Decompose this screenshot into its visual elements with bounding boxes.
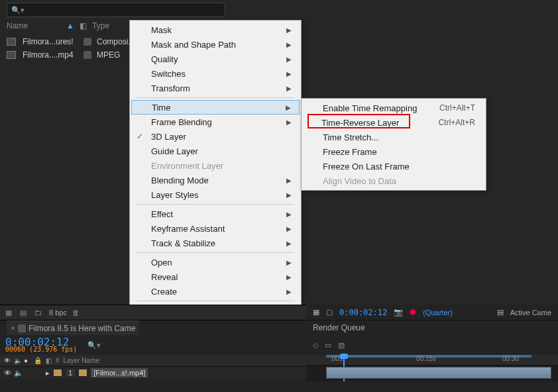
layer-number: 1 [66, 369, 75, 377]
submenu-freeze-last-frame[interactable]: Freeze On Last Frame [303, 159, 484, 173]
timeline-track-area[interactable]: :00s 00:15s 00:30 [306, 355, 558, 381]
menu-mask[interactable]: Mask▶ [131, 23, 300, 37]
shortcut-label: Ctrl+Alt+T [439, 103, 475, 113]
time-ruler[interactable]: :00s 00:15s 00:30 [306, 355, 558, 366]
submenu-enable-time-remapping[interactable]: Enable Time RemappingCtrl+Alt+T [303, 101, 484, 115]
search-icon: 🔍▾ [11, 6, 25, 15]
menu-quality[interactable]: Quality▶ [131, 52, 300, 66]
time-tick: 00:30 [502, 355, 519, 362]
label-column-icon: ◧ [46, 357, 52, 364]
layer-name[interactable]: [Filmor...s!.mp4] [91, 368, 148, 377]
snapshot-icon[interactable]: 📷 [394, 308, 403, 317]
resolution-dropdown[interactable]: (Quarter) [423, 309, 453, 317]
channel-icon[interactable]: ⬢ [410, 308, 416, 317]
timeline-search-icon[interactable]: 🔍▾ [87, 341, 101, 350]
label-color-icon[interactable] [84, 51, 91, 59]
solo-column-icon: ● [24, 357, 32, 365]
submenu-arrow-icon: ▶ [286, 119, 292, 126]
layer-type-icon [79, 369, 87, 376]
marker-icon[interactable]: ▭ [325, 341, 331, 350]
menu-frame-blending[interactable]: Frame Blending▶ [131, 115, 300, 129]
file-type: MPEG [97, 50, 120, 60]
menu-switches[interactable]: Switches▶ [131, 66, 300, 81]
expand-arrow-icon[interactable]: ▸ [46, 369, 50, 377]
menu-separator [137, 301, 294, 301]
type-column-header[interactable]: Type [92, 21, 109, 30]
label-color-icon[interactable] [84, 38, 91, 46]
audio-column-icon: 🔈 [14, 357, 22, 365]
menu-open[interactable]: Open▶ [131, 255, 300, 270]
menu-mask-shape-path[interactable]: Mask and Shape Path▶ [131, 37, 300, 52]
keyframe-nav-icon[interactable]: ◇ [313, 341, 318, 350]
active-camera-dropdown[interactable]: Active Came [510, 309, 551, 317]
menu-layer-styles[interactable]: Layer Styles▶ [131, 187, 300, 202]
menu-3d-layer[interactable]: ✓3D Layer [131, 129, 300, 144]
menu-effect[interactable]: Effect▶ [131, 207, 300, 221]
project-file-row[interactable]: Filmora...ures! Composi... [7, 36, 135, 48]
timeline-tools-row: ◇ ▭ ▧ [306, 335, 558, 355]
thumbnail-view-icon[interactable]: ▦ [5, 309, 15, 317]
trash-icon[interactable]: 🗑 [72, 309, 82, 317]
frame-count: 00060 (23.976 fps) [5, 346, 77, 353]
submenu-time-reverse-layer[interactable]: Time-Reverse LayerCtrl+Alt+R [303, 115, 484, 130]
menu-reveal[interactable]: Reveal▶ [131, 270, 300, 284]
menu-keyframe-assistant[interactable]: Keyframe Assistant▶ [131, 221, 300, 236]
submenu-time-stretch[interactable]: Time Stretch... [303, 130, 484, 144]
time-submenu: Enable Time RemappingCtrl+Alt+T Time-Rev… [301, 98, 486, 191]
menu-transform[interactable]: Transform▶ [131, 81, 300, 95]
check-icon: ✓ [137, 132, 143, 141]
menu-guide-layer[interactable]: Guide Layer [131, 144, 300, 158]
menu-blending-mode[interactable]: Blending Mode▶ [131, 173, 300, 187]
search-input[interactable]: 🔍▾ [7, 3, 225, 17]
video-column-icon: 👁 [4, 357, 12, 365]
bit-depth-label[interactable]: 8 bpc [49, 309, 67, 317]
submenu-arrow-icon: ▶ [286, 85, 292, 92]
submenu-arrow-icon: ▶ [286, 225, 292, 232]
name-column-header[interactable]: Name [7, 21, 61, 30]
submenu-arrow-icon: ▶ [286, 177, 292, 184]
render-queue-tab[interactable]: Render Queue [306, 320, 558, 335]
submenu-arrow-icon: ▶ [286, 288, 292, 295]
composition-tab[interactable]: × Filmora 8.5 is Here with Came [7, 320, 139, 335]
layer-lock-toggle[interactable] [34, 369, 42, 377]
view-layout-icon[interactable]: ▤ [497, 308, 504, 317]
lock-column-icon: 🔒 [34, 357, 42, 365]
close-tab-icon[interactable]: × [11, 324, 15, 333]
layer-clip-bar[interactable] [326, 367, 551, 379]
submenu-arrow-icon: ▶ [286, 240, 292, 247]
mask-toggle-icon[interactable]: ▢ [326, 308, 333, 317]
layer-visibility-toggle[interactable]: 👁 [4, 369, 12, 377]
menu-create[interactable]: Create▶ [131, 284, 300, 299]
menu-time[interactable]: Time▶ [131, 100, 300, 115]
menu-track-stabilize[interactable]: Track & Stabilize▶ [131, 236, 300, 250]
submenu-align-video-data: Align Video to Data [303, 173, 484, 188]
submenu-arrow-icon: ▶ [286, 104, 291, 111]
menu-separator [137, 204, 294, 205]
submenu-arrow-icon: ▶ [286, 56, 292, 63]
submenu-arrow-icon: ▶ [286, 273, 292, 281]
label-color-icon [18, 324, 26, 332]
layer-audio-toggle[interactable]: 🔈 [14, 369, 22, 377]
tag-icon: ◧ [80, 21, 87, 30]
preview-toolbar: ▦ ▢ 0:00:02:12 📷 ⬢ (Quarter) ▤ Active Ca… [306, 305, 558, 320]
submenu-arrow-icon: ▶ [286, 211, 292, 218]
graph-editor-icon[interactable]: ▧ [338, 341, 345, 350]
layer-name-column-header: Layer Name [64, 357, 99, 364]
preview-timecode[interactable]: 0:00:02:12 [339, 308, 387, 317]
submenu-arrow-icon: ▶ [286, 191, 292, 199]
submenu-arrow-icon: ▶ [286, 70, 292, 77]
folder-icon[interactable]: 🗀 [34, 309, 44, 317]
project-columns-header: Name ▲ ◧ Type [7, 21, 109, 30]
composition-icon [7, 38, 16, 46]
submenu-arrow-icon: ▶ [286, 259, 292, 266]
submenu-freeze-frame[interactable]: Freeze Frame [303, 144, 484, 159]
shortcut-label: Ctrl+Alt+R [439, 118, 475, 127]
grid-icon[interactable]: ▦ [313, 308, 319, 317]
project-file-row[interactable]: Filmora....mp4 MPEG [7, 49, 120, 61]
file-name: Filmora....mp4 [23, 50, 78, 60]
layer-label-color[interactable] [54, 369, 62, 376]
sort-arrow-icon[interactable]: ▲ [66, 21, 74, 30]
list-view-icon[interactable]: ▤ [20, 309, 29, 317]
layer-solo-toggle[interactable] [24, 369, 32, 377]
menu-separator [137, 252, 294, 253]
